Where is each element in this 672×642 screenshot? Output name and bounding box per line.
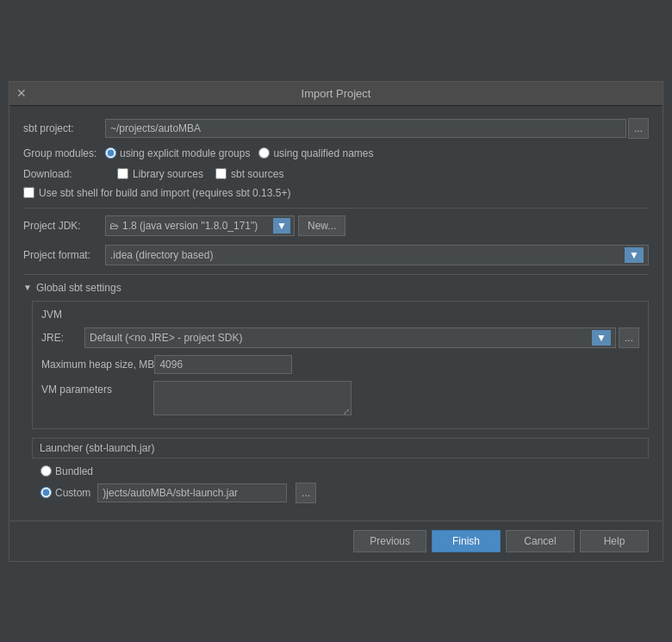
separator1 bbox=[23, 208, 649, 209]
help-button[interactable]: Help bbox=[580, 530, 649, 552]
project-format-row: Project format: .idea (directory based) … bbox=[23, 245, 649, 265]
jdk-dropdown-arrow[interactable]: ▼ bbox=[273, 218, 290, 234]
qualified-names-option[interactable]: using qualified names bbox=[258, 147, 373, 159]
jvm-group-title: JVM bbox=[41, 309, 639, 321]
download-row: Download: Library sources sbt sources bbox=[23, 168, 649, 180]
cancel-button[interactable]: Cancel bbox=[506, 530, 575, 552]
explicit-module-groups-option[interactable]: using explicit module groups bbox=[105, 147, 250, 159]
new-jdk-button[interactable]: New... bbox=[298, 215, 345, 236]
jre-row: JRE: Default (<no JRE> - project SDK) ▼ … bbox=[41, 327, 639, 348]
dialog-content: sbt project: ... Group modules: using ex… bbox=[9, 106, 663, 520]
folder-icon: 🗁 bbox=[109, 221, 119, 231]
vm-row: VM parameters ⤢ bbox=[41, 381, 639, 418]
global-sbt-section-header[interactable]: ▼ Global sbt settings bbox=[23, 282, 649, 294]
bundled-label: Bundled bbox=[55, 465, 93, 477]
sbt-project-row: sbt project: ... bbox=[23, 118, 649, 139]
vm-textarea-wrapper: ⤢ bbox=[153, 381, 352, 418]
project-format-label: Project format: bbox=[23, 249, 105, 261]
group-modules-row: Group modules: using explicit module gro… bbox=[23, 147, 649, 159]
section-triangle-icon: ▼ bbox=[23, 283, 32, 292]
jre-label: JRE: bbox=[41, 332, 84, 344]
project-jdk-row: Project JDK: 🗁 1.8 (java version "1.8.0_… bbox=[23, 215, 649, 236]
explicit-module-groups-label: using explicit module groups bbox=[120, 147, 250, 159]
bundled-option[interactable]: Bundled bbox=[40, 465, 93, 477]
group-modules-label: Group modules: bbox=[23, 147, 105, 159]
global-sbt-title: Global sbt settings bbox=[36, 282, 121, 294]
bundled-launcher-row: Bundled bbox=[40, 465, 649, 477]
launcher-title: Launcher (sbt-launch.jar) bbox=[32, 438, 649, 458]
bundled-radio[interactable] bbox=[40, 465, 52, 477]
sbt-project-browse-button[interactable]: ... bbox=[628, 118, 649, 139]
explicit-module-groups-radio[interactable] bbox=[105, 147, 116, 159]
jdk-select-wrapper: 🗁 1.8 (java version "1.8.0_171") ▼ New..… bbox=[105, 215, 345, 236]
jre-dropdown[interactable]: Default (<no JRE> - project SDK) ▼ bbox=[84, 327, 616, 348]
sbt-sources-label: sbt sources bbox=[231, 168, 283, 180]
heap-row: Maximum heap size, MB bbox=[41, 355, 639, 374]
format-select[interactable]: .idea (directory based) ▼ bbox=[105, 245, 649, 265]
global-sbt-content: JVM JRE: Default (<no JRE> - project SDK… bbox=[23, 301, 649, 503]
sbt-project-label: sbt project: bbox=[23, 122, 105, 134]
custom-launcher-browse-button[interactable]: ... bbox=[296, 483, 316, 503]
vm-label: VM parameters bbox=[41, 381, 153, 396]
sbt-sources-checkbox[interactable] bbox=[215, 168, 227, 179]
custom-radio[interactable] bbox=[40, 487, 52, 498]
sbt-shell-label: Use sbt shell for build and import (requ… bbox=[39, 187, 290, 199]
launcher-label: Launcher (sbt-launch.jar) bbox=[40, 442, 154, 454]
library-sources-label: Library sources bbox=[133, 168, 203, 180]
separator2 bbox=[23, 274, 649, 275]
group-modules-options: using explicit module groups using quali… bbox=[105, 147, 374, 159]
dialog-footer: Previous Finish Cancel Help bbox=[9, 520, 663, 561]
custom-option[interactable]: Custom bbox=[40, 487, 90, 499]
format-dropdown-arrow[interactable]: ▼ bbox=[625, 247, 644, 263]
previous-button[interactable]: Previous bbox=[353, 530, 426, 552]
jre-browse-button[interactable]: ... bbox=[619, 327, 639, 348]
launcher-options: Bundled Custom ... bbox=[32, 465, 649, 503]
heap-label: Maximum heap size, MB bbox=[41, 358, 154, 371]
format-value: .idea (directory based) bbox=[110, 249, 213, 261]
jdk-dropdown[interactable]: 🗁 1.8 (java version "1.8.0_171") ▼ bbox=[105, 215, 295, 236]
custom-label: Custom bbox=[55, 487, 90, 499]
sbt-shell-checkbox[interactable] bbox=[23, 187, 34, 198]
close-button[interactable]: ✕ bbox=[16, 87, 27, 99]
library-sources-checkbox[interactable] bbox=[117, 168, 128, 179]
library-sources-option[interactable]: Library sources bbox=[117, 168, 203, 180]
jre-dropdown-arrow[interactable]: ▼ bbox=[592, 330, 611, 346]
sbt-sources-option[interactable]: sbt sources bbox=[215, 168, 283, 180]
project-jdk-label: Project JDK: bbox=[23, 220, 105, 232]
download-label: Download: bbox=[23, 168, 105, 180]
dialog-title: Import Project bbox=[302, 87, 371, 100]
jre-value: Default (<no JRE> - project SDK) bbox=[90, 332, 242, 344]
import-project-dialog: ✕ Import Project sbt project: ... Group … bbox=[9, 81, 663, 562]
qualified-names-label: using qualified names bbox=[273, 147, 373, 159]
finish-button[interactable]: Finish bbox=[432, 530, 501, 552]
sbt-shell-row: Use sbt shell for build and import (requ… bbox=[23, 187, 649, 199]
heap-input[interactable] bbox=[154, 355, 292, 374]
custom-launcher-row: Custom ... bbox=[40, 483, 649, 503]
custom-launcher-input[interactable] bbox=[97, 483, 287, 502]
jvm-group: JVM JRE: Default (<no JRE> - project SDK… bbox=[32, 301, 649, 429]
sbt-shell-option[interactable]: Use sbt shell for build and import (requ… bbox=[23, 187, 290, 199]
launcher-section: Launcher (sbt-launch.jar) Bundled Custom bbox=[32, 438, 649, 503]
sbt-project-input[interactable] bbox=[105, 119, 626, 138]
title-bar: ✕ Import Project bbox=[9, 82, 663, 106]
vm-parameters-input[interactable] bbox=[153, 381, 352, 415]
vm-expand-icon[interactable]: ⤢ bbox=[343, 407, 350, 416]
jdk-value: 1.8 (java version "1.8.0_171") bbox=[122, 220, 258, 232]
qualified-names-radio[interactable] bbox=[258, 147, 270, 159]
